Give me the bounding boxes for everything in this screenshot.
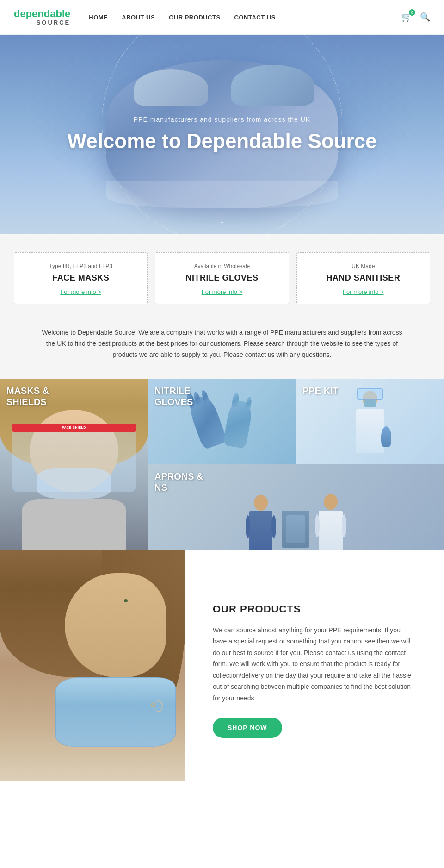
grid-label-aprons: APRONS & NS [154,471,204,493]
product-card-nitrile-gloves[interactable]: Available in Wholesale NITRILE GLOVES Fo… [155,252,289,304]
intro-text: Welcome to Dependable Source. We are a c… [37,327,407,360]
bottom-product-image [0,550,185,781]
eye-art [124,599,128,602]
face-masks-link[interactable]: For more info > [24,288,138,295]
product-grid-section: FACE SHIELD MASKS & SHIELDS [0,379,444,550]
header: dependable SOURCE HOME ABOUT US OUR PROD… [0,0,444,35]
nitrile-gloves-link[interactable]: For more info > [165,288,279,295]
our-products-text: We can source almost anything for your P… [213,624,416,704]
search-icon[interactable]: 🔍 [420,12,430,22]
nav-about[interactable]: ABOUT US [122,14,155,21]
intro-section: Welcome to Dependable Source. We are a c… [0,318,444,379]
grid-item-aprons[interactable]: APRONS & NS [148,464,444,550]
cart-badge: 0 [409,9,415,16]
grid-item-masks-shields[interactable]: FACE SHIELD MASKS & SHIELDS [0,379,148,550]
logo-text-dependable: dependable [14,8,70,19]
shop-now-button[interactable]: SHOP NOW [213,718,282,738]
hero-subtitle: PPE manufacturers and suppliers from acr… [67,116,376,123]
main-nav: HOME ABOUT US OUR PRODUCTS CONTACT US [89,14,401,21]
hero-section: PPE manufacturers and suppliers from acr… [0,35,444,234]
cart-icon[interactable]: 🛒 0 [401,12,412,22]
hero-content: PPE manufacturers and suppliers from acr… [39,116,404,153]
logo[interactable]: dependable SOURCE [14,9,70,26]
face-masks-type: Type IIR, FFP2 and FFP3 [24,263,138,269]
nav-contact[interactable]: CONTACT US [234,14,276,21]
our-products-title: OUR PRODUCTS [213,603,416,615]
product-cards-section: Type IIR, FFP2 and FFP3 FACE MASKS For m… [0,234,444,318]
nitrile-gloves-name: NITRILE GLOVES [165,273,279,283]
product-card-face-masks[interactable]: Type IIR, FFP2 and FFP3 FACE MASKS For m… [14,252,148,304]
hero-scroll-arrow[interactable]: ↓ [220,215,224,225]
face-mask-art [56,677,176,747]
hero-title: Welcome to Dependable Source [67,130,376,153]
grid-label-nitrile-gloves: NITRILE GLOVES [154,385,193,407]
product-grid: FACE SHIELD MASKS & SHIELDS [0,379,444,550]
nitrile-gloves-type: Available in Wholesale [165,263,279,269]
hand-sanitiser-link[interactable]: For more info > [306,288,420,295]
product-card-hand-sanitiser[interactable]: UK Made HAND SANITISER For more info > [296,252,430,304]
grid-item-ppe-kit[interactable]: PPE KIT [296,379,444,464]
bottom-section: OUR PRODUCTS We can source almost anythi… [0,550,444,781]
hand-sanitiser-type: UK Made [306,263,420,269]
mask-person-art [0,550,185,781]
nav-products[interactable]: OUR PRODUCTS [169,14,220,21]
nav-home[interactable]: HOME [89,14,108,21]
face-art [65,573,166,677]
product-cards-row: Type IIR, FFP2 and FFP3 FACE MASKS For m… [14,252,430,304]
our-products-section: OUR PRODUCTS We can source almost anythi… [185,550,444,781]
hand-sanitiser-name: HAND SANITISER [306,273,420,283]
face-masks-name: FACE MASKS [24,273,138,283]
grid-label-masks-shields: MASKS & SHIELDS [6,385,49,407]
header-icons: 🛒 0 🔍 [401,12,430,22]
grid-label-ppe-kit: PPE KIT [302,385,339,396]
grid-item-nitrile-gloves[interactable]: NITRILE GLOVES [148,379,296,464]
logo-text-source: SOURCE [14,19,70,26]
